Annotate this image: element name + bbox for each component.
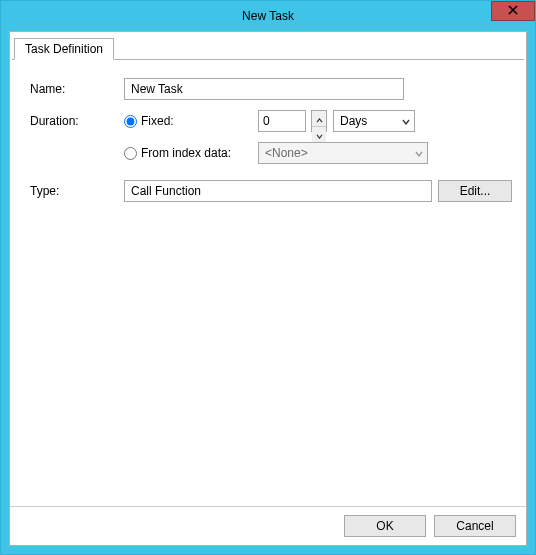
spinner-up-button[interactable]	[312, 111, 326, 127]
radio-fixed-wrap[interactable]: Fixed:	[124, 114, 252, 128]
dialog-footer: OK Cancel	[10, 506, 526, 545]
close-icon	[508, 4, 518, 18]
ok-button[interactable]: OK	[344, 515, 426, 537]
tabstrip: Task Definition	[10, 36, 526, 60]
row-duration-index: From index data: <None>	[24, 142, 512, 164]
index-data-select: <None>	[258, 142, 428, 164]
titlebar: New Task	[1, 1, 535, 31]
tab-task-definition[interactable]: Task Definition	[14, 38, 114, 60]
radio-index-wrap[interactable]: From index data:	[124, 146, 252, 160]
radio-index-label: From index data:	[141, 146, 231, 160]
type-input[interactable]	[124, 180, 432, 202]
row-name: Name:	[24, 78, 512, 100]
edit-button[interactable]: Edit...	[438, 180, 512, 202]
cancel-button-label: Cancel	[456, 519, 493, 533]
radio-fixed[interactable]	[124, 115, 137, 128]
row-type: Type: Edit...	[24, 180, 512, 202]
chevron-down-icon	[415, 146, 423, 160]
spinner-down-button[interactable]	[312, 127, 326, 142]
duration-spinner	[311, 110, 327, 132]
chevron-down-icon	[402, 114, 410, 128]
duration-unit-select[interactable]: Days	[333, 110, 415, 132]
tab-label: Task Definition	[25, 42, 103, 56]
index-data-value: <None>	[265, 146, 308, 160]
duration-label: Duration:	[24, 114, 124, 128]
type-label: Type:	[24, 184, 124, 198]
duration-unit-value: Days	[340, 114, 367, 128]
name-label: Name:	[24, 82, 124, 96]
close-button[interactable]	[491, 1, 535, 21]
dialog-window: New Task Task Definition Name:	[0, 0, 536, 555]
row-duration-fixed: Duration: Fixed:	[24, 110, 512, 132]
window-frame: Task Definition Name: Duration: Fixed:	[1, 31, 535, 554]
radio-from-index[interactable]	[124, 147, 137, 160]
name-input[interactable]	[124, 78, 404, 100]
chevron-down-icon	[316, 127, 323, 142]
radio-fixed-label: Fixed:	[141, 114, 174, 128]
client-area: Task Definition Name: Duration: Fixed:	[9, 31, 527, 546]
duration-value-input[interactable]	[258, 110, 306, 132]
window-title: New Task	[1, 9, 535, 23]
ok-button-label: OK	[376, 519, 393, 533]
cancel-button[interactable]: Cancel	[434, 515, 516, 537]
chevron-up-icon	[316, 111, 323, 126]
edit-button-label: Edit...	[460, 184, 491, 198]
form-content: Name: Duration: Fixed:	[10, 60, 526, 506]
